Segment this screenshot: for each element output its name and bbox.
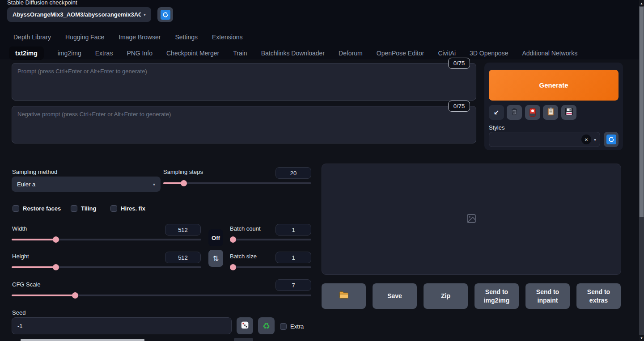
apply-styles-button[interactable] bbox=[543, 105, 558, 120]
checkpoint-label: Stable Diffusion checkpoint bbox=[7, 0, 77, 6]
negative-token-counter: 0/75 bbox=[448, 101, 470, 112]
open-folder-button[interactable] bbox=[322, 283, 366, 309]
arrow-down-left-icon: ↙ bbox=[494, 109, 500, 117]
extension-tab-bar: Depth Library Hugging Face Image Browser… bbox=[13, 34, 242, 41]
sampling-steps-label: Sampling steps bbox=[163, 168, 203, 175]
restore-faces-label: Restore faces bbox=[23, 205, 61, 212]
clear-prompt-button[interactable] bbox=[507, 105, 522, 120]
sampling-method-label: Sampling method bbox=[12, 168, 57, 175]
recycle-icon: ♻ bbox=[263, 321, 270, 331]
zip-button[interactable]: Zip bbox=[424, 283, 468, 309]
tab-png-info[interactable]: PNG Info bbox=[127, 50, 153, 57]
tab-img2img[interactable]: img2img bbox=[58, 50, 81, 57]
tiling-label: Tiling bbox=[81, 205, 96, 212]
height-label: Height bbox=[12, 253, 29, 260]
cfg-scale-value[interactable]: 7 bbox=[275, 279, 311, 291]
tab-txt2img[interactable]: txt2img bbox=[9, 46, 44, 60]
cfg-scale-slider[interactable] bbox=[12, 292, 311, 299]
extra-seed-label: Extra bbox=[290, 323, 304, 330]
sampling-method-dropdown[interactable]: Euler a ▾ bbox=[12, 177, 161, 192]
width-slider[interactable] bbox=[12, 236, 201, 243]
checkpoint-dropdown[interactable]: AbyssOrangeMix3_AOM3/abyssorangemix3AOM3… bbox=[7, 7, 151, 22]
clear-styles-icon[interactable]: × bbox=[581, 135, 591, 144]
restore-faces-checkbox[interactable] bbox=[13, 205, 19, 212]
clipboard-icon bbox=[547, 107, 554, 118]
tab-extras[interactable]: Extras bbox=[95, 50, 113, 57]
height-slider[interactable] bbox=[12, 264, 201, 270]
seed-label: Seed bbox=[12, 309, 25, 316]
batch-size-value[interactable]: 1 bbox=[275, 252, 311, 263]
batch-size-slider[interactable] bbox=[230, 264, 311, 270]
batch-size-label: Batch size bbox=[230, 253, 257, 260]
width-value[interactable]: 512 bbox=[165, 224, 201, 236]
tab-extensions[interactable]: Extensions bbox=[212, 34, 242, 41]
sampling-steps-value[interactable]: 20 bbox=[275, 167, 311, 179]
refresh-checkpoints-button[interactable] bbox=[157, 7, 173, 22]
batch-count-slider[interactable] bbox=[230, 236, 311, 243]
tab-deforum[interactable]: Deforum bbox=[339, 50, 363, 57]
tab-batchlinks-downloader[interactable]: Batchlinks Downloader bbox=[261, 50, 325, 57]
trash-icon bbox=[511, 108, 518, 117]
prompt-textarea[interactable]: Prompt (press Ctrl+Enter or Alt+Enter to… bbox=[12, 63, 476, 101]
tiling-option: Tiling bbox=[71, 205, 96, 212]
chevron-down-icon: ▾ bbox=[144, 12, 146, 17]
restore-faces-option: Restore faces bbox=[13, 205, 61, 212]
extra-seed-option: Extra bbox=[280, 323, 304, 330]
save-button[interactable]: Save bbox=[373, 283, 417, 309]
scroll-down-button[interactable]: ▼ bbox=[639, 335, 644, 341]
send-to-extras-button[interactable]: Send to extras bbox=[576, 283, 621, 309]
extra-seed-checkbox[interactable] bbox=[280, 323, 287, 330]
page-scrollbar[interactable]: ▲ ▼ bbox=[639, 0, 644, 341]
dice-icon bbox=[241, 321, 249, 331]
output-image-preview bbox=[322, 164, 621, 275]
scrollbar-track-lower[interactable] bbox=[639, 217, 644, 335]
batch-count-label: Batch count bbox=[230, 225, 261, 232]
seed-input[interactable]: -1 bbox=[12, 317, 232, 334]
tab-checkpoint-merger[interactable]: Checkpoint Merger bbox=[166, 50, 219, 57]
sampling-method-value: Euler a bbox=[17, 181, 35, 188]
hires-fix-checkbox[interactable] bbox=[110, 205, 117, 212]
hires-fix-option: Hires. fix bbox=[110, 205, 145, 212]
chevron-down-icon: ▾ bbox=[153, 182, 155, 187]
tab-train[interactable]: Train bbox=[233, 50, 247, 57]
generate-button[interactable]: Generate bbox=[489, 70, 619, 101]
send-to-inpaint-button[interactable]: Send to inpaint bbox=[525, 283, 570, 309]
aspect-ratio-off-button[interactable]: Off bbox=[208, 229, 223, 246]
triangle-up-icon: ▲ bbox=[640, 2, 643, 5]
reuse-seed-button[interactable]: ♻ bbox=[258, 317, 275, 334]
refresh-icon bbox=[606, 135, 616, 144]
checkpoint-value: AbyssOrangeMix3_AOM3/abyssorangemix3AOM3… bbox=[13, 11, 141, 18]
height-value[interactable]: 512 bbox=[165, 252, 201, 263]
scrollbar-thumb[interactable] bbox=[640, 7, 644, 217]
styles-dropdown[interactable]: × ▾ bbox=[489, 132, 600, 147]
tab-settings[interactable]: Settings bbox=[175, 34, 198, 41]
prompt-placeholder: Prompt (press Ctrl+Enter or Alt+Enter to… bbox=[17, 68, 147, 75]
styles-label: Styles bbox=[489, 124, 504, 131]
hires-fix-label: Hires. fix bbox=[121, 205, 145, 212]
tab-openpose-editor[interactable]: OpenPose Editor bbox=[377, 50, 424, 57]
random-seed-button[interactable] bbox=[237, 317, 253, 334]
next-section-edge bbox=[21, 339, 144, 341]
refresh-styles-button[interactable] bbox=[604, 132, 619, 147]
save-style-button[interactable] bbox=[561, 105, 576, 120]
tab-additional-networks[interactable]: Additional Networks bbox=[522, 50, 577, 57]
tab-3d-openpose[interactable]: 3D Openpose bbox=[470, 50, 508, 57]
send-to-img2img-button[interactable]: Send to img2img bbox=[475, 283, 519, 309]
tab-image-browser[interactable]: Image Browser bbox=[119, 34, 161, 41]
sampling-steps-slider[interactable] bbox=[163, 180, 311, 186]
tab-civitai[interactable]: CivitAi bbox=[438, 50, 456, 57]
tiling-checkbox[interactable] bbox=[71, 205, 77, 212]
scroll-up-button[interactable]: ▲ bbox=[639, 0, 644, 6]
floppy-disk-icon bbox=[565, 108, 573, 117]
folder-icon bbox=[339, 291, 349, 301]
negative-prompt-placeholder: Negative prompt (press Ctrl+Enter or Alt… bbox=[17, 111, 171, 118]
prompt-token-counter: 0/75 bbox=[448, 58, 470, 69]
swap-width-height-button[interactable]: ⇅ bbox=[208, 250, 223, 267]
swap-arrows-icon: ⇅ bbox=[213, 254, 219, 263]
extra-networks-button[interactable] bbox=[525, 105, 540, 120]
batch-count-value[interactable]: 1 bbox=[275, 224, 311, 236]
negative-prompt-textarea[interactable]: Negative prompt (press Ctrl+Enter or Alt… bbox=[12, 106, 476, 143]
paste-params-button[interactable]: ↙ bbox=[489, 105, 504, 120]
tab-hugging-face[interactable]: Hugging Face bbox=[65, 34, 104, 41]
tab-depth-library[interactable]: Depth Library bbox=[13, 34, 51, 41]
